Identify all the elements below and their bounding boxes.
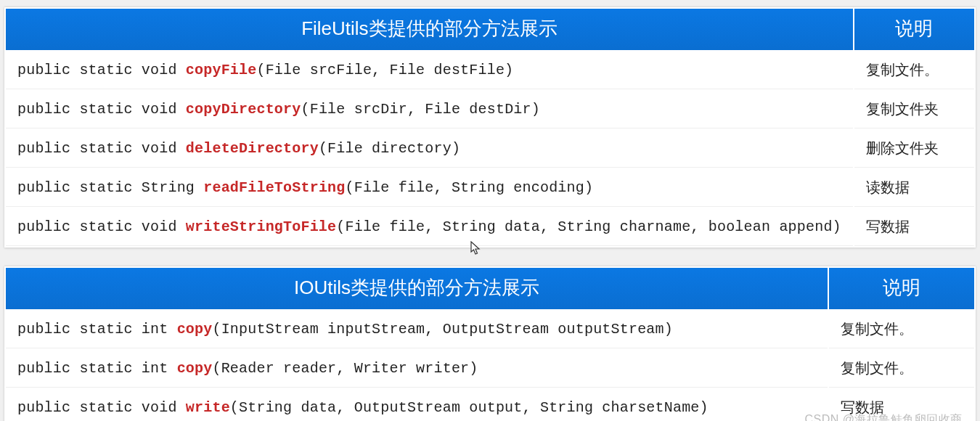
desc-cell: 写数据 [854,208,974,246]
desc-cell: 删除文件夹 [854,130,974,168]
desc-cell: 复制文件。 [829,311,974,348]
table-row: public static String readFileToString(Fi… [6,169,974,207]
method-cell: public static int copy(InputStream input… [6,311,828,348]
desc-cell: 复制文件。 [829,350,974,388]
table-row: public static int copy(InputStream input… [6,311,974,348]
method-cell: public static void copyFile(File srcFile… [6,52,853,89]
ioutils-header-desc: 说明 [829,268,974,309]
table-row: public static void writeStringToFile(Fil… [6,208,974,246]
method-cell: public static void writeStringToFile(Fil… [6,208,853,246]
desc-cell: 复制文件夹 [854,91,974,128]
desc-cell: 读数据 [854,169,974,207]
method-name: writeStringToFile [186,218,336,235]
table-row: public static int copy(Reader reader, Wr… [6,350,974,388]
method-name: write [186,399,230,416]
method-name: readFileToString [203,179,345,196]
table-row: public static void deleteDirectory(File … [6,130,974,168]
ioutils-table: IOUtils类提供的部分方法展示 说明 public static int c… [4,266,976,421]
method-name: copy [177,360,213,377]
method-name: copyDirectory [186,101,301,118]
method-name: deleteDirectory [186,140,319,157]
method-cell: public static int copy(Reader reader, Wr… [6,350,828,388]
watermark-text: CSDN @海拉鲁鲑鱼卵回收商 [804,412,963,421]
desc-cell: 复制文件。 [854,52,974,89]
fileutils-header-desc: 说明 [854,9,974,50]
fileutils-table: FileUtils类提供的部分方法展示 说明 public static voi… [4,7,976,248]
method-cell: public static void write(String data, Ou… [6,389,828,421]
method-name: copyFile [186,62,257,78]
ioutils-header-method: IOUtils类提供的部分方法展示 [6,268,828,309]
page-root: FileUtils类提供的部分方法展示 说明 public static voi… [4,7,976,421]
method-cell: public static String readFileToString(Fi… [6,169,853,207]
table-row: public static void copyFile(File srcFile… [6,52,974,89]
method-cell: public static void copyDirectory(File sr… [6,91,853,128]
method-cell: public static void deleteDirectory(File … [6,130,853,168]
table-row: public static void copyDirectory(File sr… [6,91,974,128]
fileutils-header-method: FileUtils类提供的部分方法展示 [6,9,853,50]
method-name: copy [177,321,213,338]
